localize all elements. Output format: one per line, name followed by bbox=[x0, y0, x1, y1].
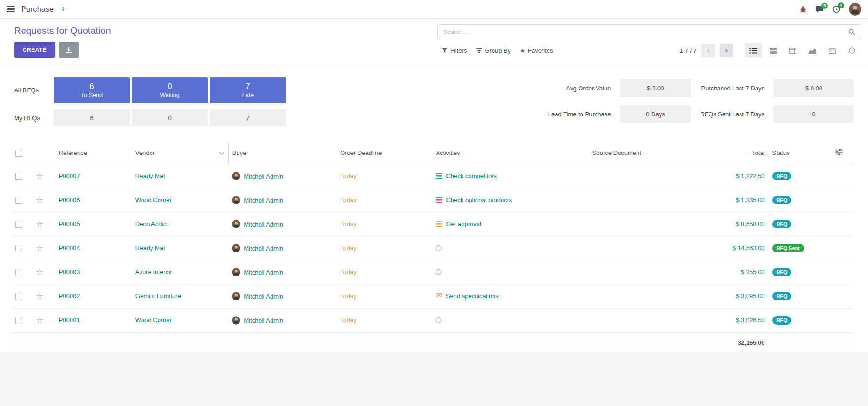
activity-cell[interactable]: Check competitors bbox=[436, 172, 584, 179]
vendor-link[interactable]: Ready Mat bbox=[135, 172, 165, 179]
row-checkbox[interactable] bbox=[15, 245, 22, 252]
waiting-button[interactable]: 0 Waiting bbox=[132, 77, 208, 103]
reference-link[interactable]: P00003 bbox=[59, 268, 80, 276]
reference-link[interactable]: P00002 bbox=[59, 292, 80, 300]
create-button[interactable]: CREATE bbox=[14, 42, 55, 58]
table-row[interactable]: P00001 Wood Corner Mitchell Admin Today … bbox=[11, 308, 853, 332]
activity-icon[interactable] bbox=[436, 197, 442, 203]
vendor-link[interactable]: Wood Corner bbox=[135, 317, 172, 324]
row-checkbox[interactable] bbox=[15, 317, 22, 324]
reference-link[interactable]: P00005 bbox=[59, 220, 80, 227]
activity-label[interactable]: Check competitors bbox=[446, 172, 497, 179]
calendar-view-button[interactable] bbox=[824, 43, 841, 57]
table-row[interactable]: P00004 Ready Mat Mitchell Admin Today $ … bbox=[11, 236, 853, 260]
source-document-column-header[interactable]: Source Document bbox=[589, 142, 716, 164]
reference-column-header[interactable]: Reference bbox=[55, 142, 132, 164]
activity-cell[interactable]: Check optional products bbox=[436, 196, 584, 203]
to-send-button[interactable]: 6 To Send bbox=[54, 77, 130, 103]
reference-link[interactable]: P00006 bbox=[59, 196, 80, 203]
messages-icon[interactable]: 5 bbox=[815, 6, 824, 13]
row-checkbox[interactable] bbox=[15, 221, 22, 228]
buyer-link[interactable]: Mitchell Admin bbox=[244, 317, 283, 324]
my-late-button[interactable]: 7 bbox=[210, 109, 286, 126]
favorite-star-icon[interactable] bbox=[36, 221, 43, 228]
vendor-link[interactable]: Deco Addict bbox=[135, 220, 168, 227]
activities-icon[interactable]: 1 bbox=[832, 5, 840, 13]
row-checkbox[interactable] bbox=[15, 173, 22, 180]
buyer-link[interactable]: Mitchell Admin bbox=[244, 293, 283, 300]
table-row[interactable]: P00005 Deco Addict Mitchell Admin Today … bbox=[11, 212, 853, 236]
graph-view-button[interactable] bbox=[804, 43, 821, 57]
favorite-star-icon[interactable] bbox=[36, 173, 43, 180]
buyer-link[interactable]: Mitchell Admin bbox=[244, 221, 283, 228]
vendor-column-header[interactable]: Vendor bbox=[132, 142, 228, 164]
optional-columns-header[interactable] bbox=[831, 142, 853, 164]
search-box[interactable] bbox=[437, 24, 860, 39]
total-column-header[interactable]: Total bbox=[716, 142, 769, 164]
activity-icon[interactable] bbox=[436, 245, 441, 251]
row-checkbox[interactable] bbox=[15, 197, 22, 204]
activity-cell[interactable] bbox=[436, 269, 584, 275]
user-avatar[interactable] bbox=[849, 3, 861, 16]
activity-icon[interactable] bbox=[436, 292, 442, 300]
activity-icon[interactable] bbox=[436, 269, 441, 275]
apps-menu-icon[interactable] bbox=[7, 6, 15, 12]
my-to-send-button[interactable]: 6 bbox=[54, 109, 130, 126]
row-checkbox[interactable] bbox=[15, 293, 22, 300]
favorite-star-icon[interactable] bbox=[36, 317, 43, 325]
pager-next-button[interactable] bbox=[720, 44, 733, 57]
buyer-link[interactable]: Mitchell Admin bbox=[244, 173, 283, 180]
activity-cell[interactable] bbox=[436, 317, 584, 323]
favorite-star-icon[interactable] bbox=[36, 293, 43, 300]
pager-previous-button[interactable] bbox=[701, 44, 715, 57]
pivot-view-button[interactable] bbox=[784, 43, 801, 57]
list-view-button[interactable] bbox=[745, 43, 762, 57]
favorite-star-icon[interactable] bbox=[36, 245, 43, 252]
vendor-link[interactable]: Ready Mat bbox=[135, 244, 165, 252]
activity-cell[interactable]: Get approval bbox=[436, 220, 584, 227]
reference-link[interactable]: P00001 bbox=[59, 317, 80, 324]
buyer-column-header[interactable]: Buyer bbox=[228, 142, 336, 164]
vendor-link[interactable]: Gemini Furniture bbox=[135, 292, 181, 300]
favorite-star-icon[interactable] bbox=[36, 197, 43, 204]
activities-column-header[interactable]: Activities bbox=[432, 142, 588, 164]
buyer-link[interactable]: Mitchell Admin bbox=[244, 269, 283, 276]
reference-link[interactable]: P00007 bbox=[59, 172, 80, 179]
buyer-link[interactable]: Mitchell Admin bbox=[244, 245, 283, 252]
activity-cell[interactable] bbox=[436, 245, 584, 251]
activity-view-button[interactable] bbox=[844, 43, 860, 57]
search-icon[interactable] bbox=[848, 28, 855, 35]
reference-link[interactable]: P00004 bbox=[59, 244, 80, 252]
order-deadline-column-header[interactable]: Order Deadline bbox=[336, 142, 432, 164]
select-all-checkbox[interactable] bbox=[15, 150, 22, 157]
table-row[interactable]: P00006 Wood Corner Mitchell Admin Today … bbox=[11, 188, 853, 212]
kanban-view-button[interactable] bbox=[764, 43, 781, 57]
buyer-link[interactable]: Mitchell Admin bbox=[244, 197, 283, 204]
vendor-link[interactable]: Azure Interior bbox=[135, 268, 172, 276]
filters-button[interactable]: Filters bbox=[437, 44, 471, 57]
group-by-button[interactable]: Group By bbox=[471, 44, 515, 57]
activity-icon[interactable] bbox=[436, 173, 442, 179]
activity-label[interactable]: Check optional products bbox=[446, 196, 511, 203]
select-all-header[interactable] bbox=[11, 142, 32, 164]
late-button[interactable]: 7 Late bbox=[210, 77, 286, 103]
activity-label[interactable]: Send specifications bbox=[446, 292, 499, 300]
export-button[interactable] bbox=[59, 42, 79, 58]
activity-cell[interactable]: Send specifications bbox=[436, 292, 584, 300]
table-row[interactable]: P00007 Ready Mat Mitchell Admin Today Ch… bbox=[11, 164, 853, 188]
search-input[interactable] bbox=[442, 28, 848, 36]
new-tab-icon[interactable]: + bbox=[60, 5, 65, 14]
activity-icon[interactable] bbox=[436, 221, 442, 227]
status-column-header[interactable]: Status bbox=[769, 142, 831, 164]
vendor-link[interactable]: Wood Corner bbox=[135, 196, 172, 203]
table-row[interactable]: P00003 Azure Interior Mitchell Admin Tod… bbox=[11, 260, 853, 284]
my-waiting-button[interactable]: 0 bbox=[132, 109, 208, 126]
row-checkbox[interactable] bbox=[15, 269, 22, 276]
activity-icon[interactable] bbox=[436, 317, 441, 323]
debug-bug-icon[interactable] bbox=[799, 6, 807, 13]
favorite-star-icon[interactable] bbox=[36, 269, 43, 276]
sort-caret-icon[interactable] bbox=[219, 150, 224, 155]
table-row[interactable]: P00002 Gemini Furniture Mitchell Admin T… bbox=[11, 284, 853, 308]
activity-label[interactable]: Get approval bbox=[446, 220, 481, 227]
favorites-button[interactable]: Favorites bbox=[515, 44, 557, 57]
